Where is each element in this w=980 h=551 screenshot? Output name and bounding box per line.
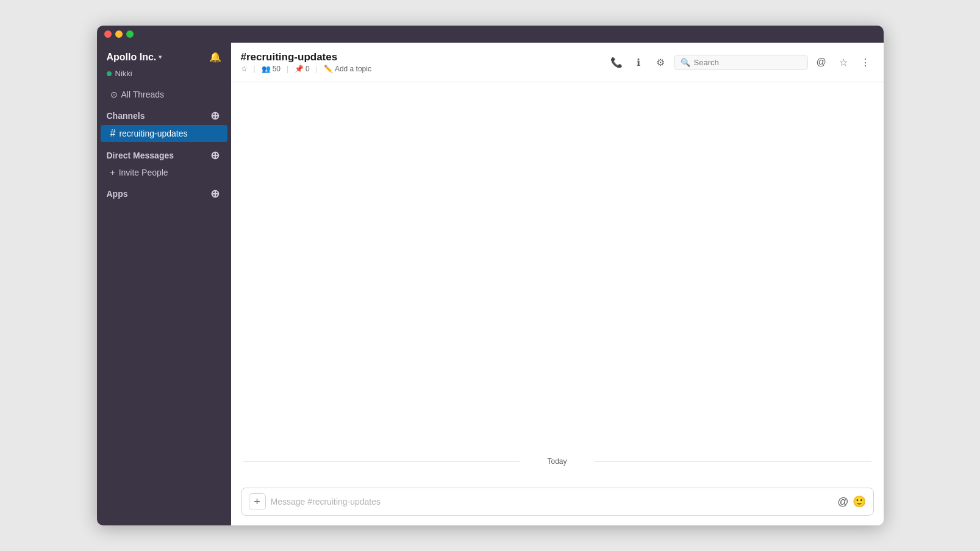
input-actions: @ 🙂 — [837, 495, 865, 508]
pins-count[interactable]: 📌 0 — [295, 65, 310, 73]
minimize-button[interactable] — [115, 30, 123, 38]
info-icon[interactable]: ℹ — [630, 54, 647, 71]
add-dm-icon[interactable]: ⊕ — [209, 149, 221, 162]
channel-name-label: recruiting-updates — [119, 129, 187, 138]
chevron-down-icon: ▾ — [159, 54, 162, 60]
apps-section: Apps ⊕ — [97, 180, 231, 203]
at-icon[interactable]: @ — [813, 54, 830, 71]
hash-icon: # — [110, 128, 116, 139]
attachment-button[interactable]: + — [249, 493, 266, 510]
app-body: Apollo Inc. ▾ 🔔 Nikki ⊙ All Threads Chan… — [97, 43, 884, 525]
direct-messages-label[interactable]: Direct Messages — [107, 151, 174, 160]
app-window: Apollo Inc. ▾ 🔔 Nikki ⊙ All Threads Chan… — [97, 26, 884, 525]
workspace-name-text: Apollo Inc. — [107, 52, 157, 63]
search-input[interactable] — [694, 58, 801, 67]
all-threads-label: All Threads — [121, 90, 165, 99]
today-label: Today — [243, 457, 871, 466]
sidebar-header: Apollo Inc. ▾ 🔔 — [97, 43, 231, 69]
sidebar-item-invite-people[interactable]: + Invite People — [101, 165, 227, 180]
workspace-name[interactable]: Apollo Inc. ▾ — [107, 52, 162, 63]
message-input-box: + @ 🙂 — [241, 488, 874, 516]
channel-title: #recruiting-updates — [241, 51, 371, 63]
settings-icon[interactable]: ⚙ — [652, 54, 669, 71]
threads-icon: ⊙ — [110, 90, 118, 99]
phone-icon[interactable]: 📞 — [608, 54, 625, 71]
sidebar: Apollo Inc. ▾ 🔔 Nikki ⊙ All Threads Chan… — [97, 43, 231, 525]
traffic-lights — [104, 30, 134, 38]
invite-people-label: Invite People — [119, 168, 168, 177]
add-channel-icon[interactable]: ⊕ — [209, 110, 221, 122]
user-status: Nikki — [97, 69, 231, 87]
at-mention-icon[interactable]: @ — [837, 496, 848, 508]
meta-sep-1: | — [254, 65, 256, 73]
channels-section: Channels ⊕ — [97, 102, 231, 125]
close-button[interactable] — [104, 30, 112, 38]
channel-meta: ☆ | 👥 50 | 📌 0 | ✏️ — [241, 65, 371, 73]
main-content: #recruiting-updates ☆ | 👥 50 | 📌 0 — [231, 43, 884, 525]
search-icon: 🔍 — [681, 58, 690, 67]
plus-icon: + — [110, 168, 115, 177]
channels-section-title[interactable]: Channels — [107, 111, 145, 121]
top-bar-actions: 📞 ℹ ⚙ 🔍 @ ☆ ⋮ — [608, 54, 874, 71]
title-bar — [97, 26, 884, 43]
maximize-button[interactable] — [126, 30, 134, 38]
star-icon[interactable]: ☆ — [241, 65, 248, 73]
emoji-icon[interactable]: 🙂 — [853, 495, 866, 508]
message-input[interactable] — [271, 497, 833, 507]
members-count[interactable]: 👥 50 — [262, 65, 281, 73]
direct-messages-section: Direct Messages ⊕ — [97, 142, 231, 165]
bell-icon[interactable]: 🔔 — [209, 51, 221, 63]
sidebar-item-all-threads[interactable]: ⊙ All Threads — [101, 87, 227, 102]
pin-icon: 📌 — [295, 65, 304, 73]
more-icon[interactable]: ⋮ — [857, 54, 874, 71]
status-dot — [107, 71, 112, 76]
people-icon: 👥 — [262, 65, 271, 73]
apps-label[interactable]: Apps — [107, 189, 128, 199]
search-box[interactable]: 🔍 — [674, 55, 808, 70]
channel-title-area: #recruiting-updates ☆ | 👥 50 | 📌 0 — [241, 51, 371, 73]
add-app-icon[interactable]: ⊕ — [209, 188, 221, 200]
meta-sep-3: | — [316, 65, 318, 73]
pencil-icon: ✏️ — [324, 65, 333, 73]
top-bar: #recruiting-updates ☆ | 👥 50 | 📌 0 — [231, 43, 884, 82]
star-action-icon[interactable]: ☆ — [835, 54, 852, 71]
message-input-area: + @ 🙂 — [231, 483, 884, 525]
sidebar-item-recruiting-updates[interactable]: # recruiting-updates — [101, 125, 227, 142]
messages-area: Today — [231, 82, 884, 483]
user-name: Nikki — [115, 69, 132, 78]
add-topic[interactable]: ✏️ Add a topic — [324, 65, 371, 73]
meta-sep-2: | — [287, 65, 288, 73]
